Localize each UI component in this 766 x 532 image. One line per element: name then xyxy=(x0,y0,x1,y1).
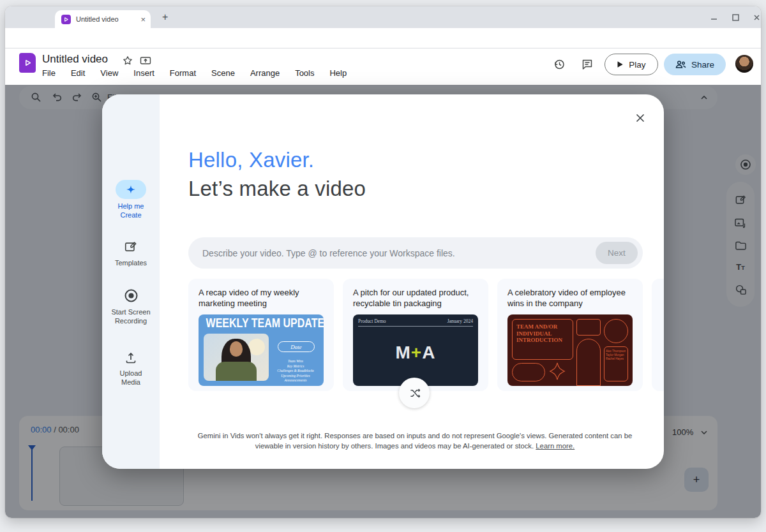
tab-strip: Untitled video × + xyxy=(5,6,761,28)
thumb-top-right: January 2024 xyxy=(447,318,473,324)
window-close-icon[interactable] xyxy=(753,13,761,22)
suggestion-card-weekly-recap[interactable]: A recap video of my weekly marketing mee… xyxy=(188,279,334,391)
sidebar-item-help-me-create[interactable]: Help me Create xyxy=(102,202,160,219)
agenda-list: Team Wins Key Metrics Challenges & Roadb… xyxy=(269,359,322,383)
menu-tools[interactable]: Tools xyxy=(295,68,314,78)
sparkle-icon[interactable] xyxy=(116,180,146,199)
menu-arrange[interactable]: Arrange xyxy=(250,68,280,78)
thumb-headline: TEAM AND/OR INDIVIDUAL INTRODUCTION xyxy=(512,319,573,360)
dialog-sidebar: Help me Create Templates Start Screen Re… xyxy=(102,94,160,469)
maximize-icon[interactable] xyxy=(732,13,740,22)
thumb-headline: WEEKLY TEAM UPDATES xyxy=(206,316,317,330)
menu-file[interactable]: File xyxy=(42,68,56,78)
four-point-star-shape xyxy=(547,361,567,381)
comment-icon[interactable] xyxy=(582,59,594,70)
document-title[interactable]: Untitled video xyxy=(42,53,108,66)
star-document-icon[interactable] xyxy=(123,55,133,66)
move-folder-icon[interactable] xyxy=(140,55,151,66)
templates-sidebar-icon[interactable] xyxy=(102,239,160,253)
dialog-close-icon[interactable] xyxy=(631,108,650,128)
tab-title: Untitled video xyxy=(76,15,137,23)
window-controls xyxy=(710,11,761,23)
greeting-subtitle: Let’s make a video xyxy=(188,174,366,203)
record-sidebar-icon[interactable] xyxy=(102,288,160,303)
suggestion-card-partial[interactable] xyxy=(652,279,664,391)
menu-edit[interactable]: Edit xyxy=(71,68,85,78)
names-list: Alex Thompson Taylor Morgan Rachel Hayes xyxy=(604,346,628,381)
play-button[interactable]: Play xyxy=(605,54,658,75)
card-thumbnail-weekly: WEEKLY TEAM UPDATES Date Team Wins Key M… xyxy=(199,314,324,386)
sidebar-item-upload-media[interactable]: Upload Media xyxy=(102,369,160,387)
prompt-field[interactable]: Next xyxy=(188,237,643,269)
sidebar-item-templates[interactable]: Templates xyxy=(102,258,160,267)
vids-logo xyxy=(19,53,36,73)
suggestion-card-employee-wins[interactable]: A celebratory video of employee wins in … xyxy=(497,279,643,391)
card-thumbnail-celebration: TEAM AND/OR INDIVIDUAL INTRODUCTION Alex… xyxy=(507,314,633,386)
greeting-hello: Hello, Xavier. xyxy=(188,145,366,174)
url-bar-row: vids.google.com xyxy=(5,28,761,48)
share-label: Share xyxy=(691,60,714,70)
play-label: Play xyxy=(629,60,645,70)
learn-more-link[interactable]: Learn more. xyxy=(536,442,574,450)
app-header: Untitled video File Edit View Insert For… xyxy=(5,48,761,85)
vids-favicon-icon xyxy=(61,15,71,24)
menu-view[interactable]: View xyxy=(100,68,118,78)
screen: Untitled video × + vids.google.com xyxy=(0,0,766,532)
thumb-top-left: Product Demo xyxy=(358,318,386,324)
card-title: A celebratory video of employee wins in … xyxy=(507,287,633,309)
ai-disclaimer: Gemini in Vids won't always get it right… xyxy=(195,431,635,451)
card-title: A pitch for our updated product, recycla… xyxy=(353,287,478,309)
greeting: Hello, Xavier. Let’s make a video xyxy=(188,145,366,203)
help-me-create-dialog: Help me Create Templates Start Screen Re… xyxy=(102,94,664,469)
thumb-logo-text: M+A xyxy=(353,343,478,363)
menu-help[interactable]: Help xyxy=(329,68,347,78)
share-button[interactable]: Share xyxy=(664,54,726,75)
suggestion-card-product-pitch[interactable]: A pitch for our updated product, recycla… xyxy=(343,279,488,391)
new-tab-icon[interactable]: + xyxy=(162,11,168,23)
version-history-icon[interactable] xyxy=(553,58,566,71)
suggestion-cards: A recap video of my weekly marketing mee… xyxy=(188,279,664,392)
date-pill: Date xyxy=(278,341,315,352)
card-thumbnail-pitch: Product Demo January 2024 M+A xyxy=(353,314,478,386)
minimize-icon[interactable] xyxy=(710,13,719,22)
browser-tab[interactable]: Untitled video × xyxy=(55,10,151,28)
browser-window: Untitled video × + vids.google.com xyxy=(5,6,761,518)
user-avatar[interactable] xyxy=(735,55,753,73)
tab-close-icon[interactable]: × xyxy=(140,15,146,24)
next-button[interactable]: Next xyxy=(596,242,638,264)
menu-scene[interactable]: Scene xyxy=(211,68,235,78)
presenter-photo xyxy=(204,334,269,381)
menu-bar: File Edit View Insert Format Scene Arran… xyxy=(42,68,347,78)
menu-format[interactable]: Format xyxy=(170,68,196,78)
menu-insert[interactable]: Insert xyxy=(133,68,154,78)
card-title: A recap video of my weekly marketing mee… xyxy=(199,287,324,309)
shuffle-suggestions-button[interactable] xyxy=(399,378,430,408)
sidebar-item-start-screen-recording[interactable]: Start Screen Recording xyxy=(102,307,160,325)
upload-sidebar-icon[interactable] xyxy=(102,351,160,365)
prompt-input[interactable] xyxy=(202,237,560,269)
